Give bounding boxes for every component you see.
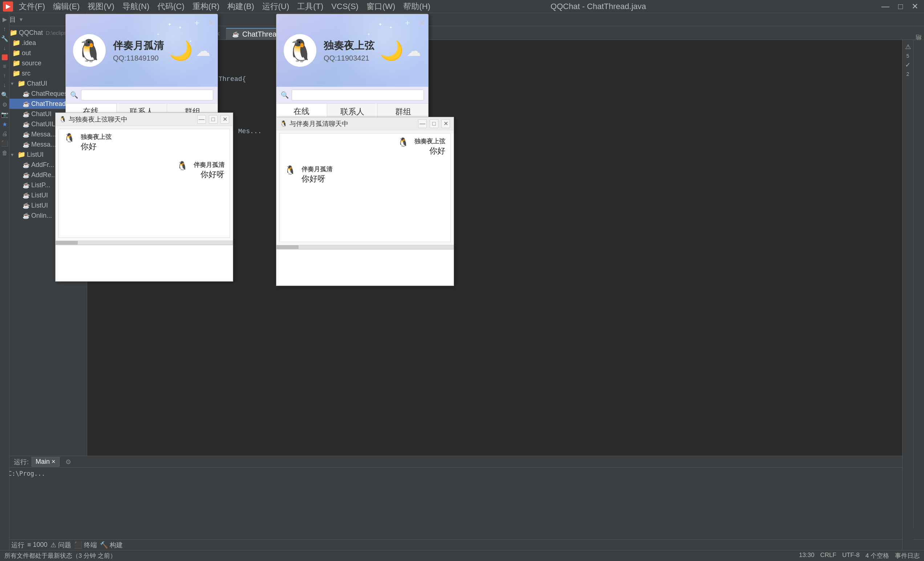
msg-content: 伴奏月孤清 你好呀 [302,165,332,184]
down-icon[interactable]: ↓ [3,45,6,51]
qq-header-right: ✦ ✦ ✦ 🐧 独奏夜上弦 QQ:11903421 🌙 ☁ + × [276,14,428,87]
chat-icon: 🐧 [280,120,287,127]
close-button[interactable]: ✕ [909,1,921,12]
menu-view[interactable]: 视图(V) [84,0,118,13]
tree-label: ChatUI [31,110,52,118]
star-icon: ✦ [168,21,172,27]
java-file-icon: ☕ [22,131,30,138]
chat-messages-left[interactable]: 🐧 独奏夜上弦 你好 伴奏月孤清 你好呀 🐧 [58,129,230,238]
tree-label: ChatUI [27,80,47,87]
scrollbar-thumb [277,245,298,249]
chat-maximize-button[interactable]: □ [430,120,438,128]
qq-plus-button[interactable]: + [194,18,200,28]
qq-weather-left: 🌙 ☁ [169,40,210,62]
tree-label: source [22,60,41,67]
chat-window-left: 🐧 与独奏夜上弦聊天中 — □ ✕ 🐧 独奏夜上弦 你好 [55,112,233,281]
moon-icon: 🌙 [169,40,193,62]
qq-plus-button-right[interactable]: + [405,18,410,28]
run-config-label: 运行: [14,458,29,466]
java-file-icon: ☕ [22,162,30,168]
menu-tools[interactable]: 工具(T) [294,0,327,13]
print-icon[interactable]: 🖨 [2,131,8,137]
chat-maximize-button[interactable]: □ [209,115,218,124]
project-dropdown-icon[interactable]: ▾ [20,16,22,23]
chat-input-area-left[interactable] [56,245,233,281]
menu-run[interactable]: 运行(U) [259,0,293,13]
folder-icon: 📁 [9,28,17,37]
run-output-text: "C:\Prog... [4,470,45,477]
app-logo: ▶ [3,1,13,12]
chat-input-area-right[interactable] [276,249,454,286]
run-icon[interactable]: ▶ [3,16,7,23]
menu-window[interactable]: 窗口(W) [363,0,399,13]
bookmarks-bar: 结构 [913,40,924,528]
msg-avatar: 🐧 [64,133,77,146]
menu-edit[interactable]: 编辑(E) [50,0,83,13]
tree-label: ChatThread [31,100,66,108]
menu-code[interactable]: 代码(C) [154,0,188,13]
msg-content: 伴奏月孤清 你好呀 [194,161,225,180]
warning-count: 5 [907,53,909,59]
window-title: QQChat - ChatThread.java [550,2,646,11]
chat-minimize-button[interactable]: — [418,120,427,128]
settings-icon[interactable]: ⚙ [65,458,71,466]
java-icon: ☕ [232,31,239,38]
chat-scrollbar-left[interactable] [56,241,233,245]
qq-search-input-right[interactable] [292,90,424,100]
run-config-name: Main × [32,457,60,467]
minimize-button[interactable]: — [879,1,892,12]
chat-window-right: 🐧 与伴奏月孤清聊天中 — □ ✕ 独奏夜上弦 你好 🐧 [276,117,454,286]
tree-label: .idea [22,39,36,47]
chat-messages-right[interactable]: 独奏夜上弦 你好 🐧 🐧 伴奏月孤清 你好呀 [279,133,451,242]
chat-scrollbar-right[interactable] [276,245,454,249]
magnifier-icon[interactable]: 🔍 [1,91,8,98]
chat-close-button[interactable]: ✕ [220,115,229,124]
settings-icon-2[interactable]: ⚙ [2,101,7,108]
chat-close-button[interactable]: ✕ [441,120,450,128]
qq-user-info-right: 独奏夜上弦 QQ:11903421 [324,39,375,63]
menu-build[interactable]: 构建(B) [224,0,258,13]
folder-icon: 📁 [12,59,20,67]
star-icon[interactable]: ★ [2,121,7,128]
tree-label: ListUI [27,151,44,159]
list-icon[interactable]: ≡ [3,63,6,70]
menu-help[interactable]: 帮助(H) [399,0,434,13]
menu-nav[interactable]: 导航(N) [119,0,153,13]
qq-header-close-button[interactable]: × [209,18,214,28]
msg-content: 独奏夜上弦 你好 [414,137,445,156]
tree-label: ListUI [31,191,48,199]
maximize-button[interactable]: □ [895,1,906,12]
star-icon: ✦ [389,25,393,30]
stop-button[interactable] [2,54,8,60]
menu-vcs[interactable]: VCS(S) [328,0,362,13]
msg-header: 🐧 伴奏月孤清 你好呀 [285,165,332,184]
down-icon-2[interactable]: ↓ [3,82,6,88]
chat-title-left: 与独奏夜上弦聊天中 [69,115,195,124]
bookmark-structure[interactable]: 结构 [914,43,923,47]
trash-icon[interactable]: 🗑 [2,150,8,156]
terminal-btn[interactable]: ⬛ 终端 [74,541,97,549]
up-icon-2[interactable]: ↑ [3,73,6,79]
folder-icon: 📁 [17,151,26,159]
issues-btn[interactable]: ⚠ 问题 [51,541,71,549]
msg-content: 独奏夜上弦 你好 [81,133,111,152]
qq-header-close-button-right[interactable]: × [420,18,424,28]
java-file-icon: ☕ [22,141,30,148]
run-bar: ▶ 运行 ≡ 1000 ⚠ 问题 ⬛ 终端 🔨 构建 [0,539,924,550]
cursor-icon[interactable]: ⬛ [1,140,8,147]
up-icon[interactable]: ↑ [3,26,6,32]
qq-search-input-left[interactable] [81,90,213,100]
check-icon: ✓ [905,61,910,69]
build-btn[interactable]: 🔨 构建 [100,541,123,549]
chat-body-right: 独奏夜上弦 你好 🐧 🐧 伴奏月孤清 你好呀 [276,133,454,286]
chat-minimize-button[interactable]: — [197,115,206,124]
status-charset: UTF-8 [842,552,860,560]
wrench-icon[interactable]: 🔧 [1,35,8,42]
menu-file[interactable]: 文件(F) [15,0,49,13]
java-file-icon: ☕ [22,90,30,97]
java-file-icon: ☕ [22,212,30,219]
tree-label: src [22,70,30,77]
menu-refactor[interactable]: 重构(R) [189,0,224,13]
event-log-btn[interactable]: 事件日志 [895,552,920,560]
camera-icon[interactable]: 📷 [1,111,8,118]
